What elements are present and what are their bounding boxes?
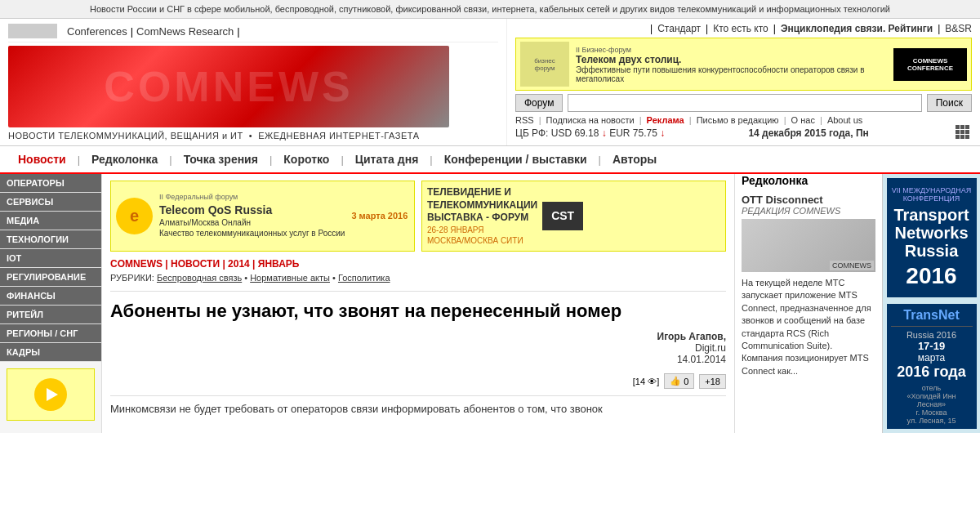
nav-item-authors[interactable]: Авторы bbox=[603, 146, 666, 172]
nav-item-quote[interactable]: Цитата дня bbox=[345, 146, 429, 172]
nav-conferences[interactable]: Conferences bbox=[67, 25, 127, 38]
nav-bsr[interactable]: B&SR bbox=[945, 23, 972, 34]
nav-item-conferences[interactable]: Конференции / выставки bbox=[434, 146, 597, 172]
article-actions: [14 👁] 👍 0 +18 bbox=[110, 373, 726, 389]
subscription-link[interactable]: Подписка на новости bbox=[546, 115, 635, 125]
conf-title-russia: Russia bbox=[905, 242, 959, 260]
search-button[interactable]: Поиск bbox=[927, 94, 972, 112]
article-meta: Игорь Агапов, Digit.ru 14.01.2014 bbox=[110, 331, 726, 365]
nav-comnews-research[interactable]: ComNews Research bbox=[136, 25, 234, 38]
right-col-title: Редколонка bbox=[742, 174, 875, 187]
sidebar-item-services[interactable]: СЕРВИСЫ bbox=[0, 193, 101, 212]
about-link[interactable]: О нас bbox=[791, 115, 815, 125]
letter-link[interactable]: Письмо в редакцию bbox=[697, 115, 779, 125]
right-article-image: COMNEWS bbox=[742, 219, 875, 272]
logo-text: COMNEWS bbox=[104, 62, 353, 111]
comment-button[interactable]: +18 bbox=[699, 374, 726, 389]
right-side-banner: VII Международная конференция Transport … bbox=[882, 174, 980, 433]
like-button[interactable]: 👍 0 bbox=[664, 373, 694, 389]
view-count-number: 14 bbox=[635, 377, 645, 386]
nav-standart[interactable]: Стандарт bbox=[657, 23, 701, 34]
view-icon: 👁 bbox=[648, 377, 657, 386]
ad-telecom-icon: e bbox=[116, 198, 153, 234]
sidebar-item-regulation[interactable]: РЕГУЛИРОВАНИЕ bbox=[0, 268, 101, 287]
ad-telecom-title: Telecom QoS Russia bbox=[159, 203, 345, 217]
ad-subtitle: Эффективные пути повышения конкурентоспо… bbox=[576, 65, 893, 83]
ad-icon-label: бизнесфорум bbox=[534, 57, 555, 72]
rubric-regulatory[interactable]: Нормативные акты bbox=[250, 273, 330, 283]
sidebar-item-iot[interactable]: IoT bbox=[0, 249, 101, 268]
ad-content: II Бизнес-форум Телеком двух столиц. Эфф… bbox=[576, 46, 893, 83]
sidebar-item-technology[interactable]: ТЕХНОЛОГИИ bbox=[0, 230, 101, 249]
advertising-link[interactable]: Реклама bbox=[647, 115, 684, 125]
sidebar-item-finance[interactable]: ФИНАНСЫ bbox=[0, 287, 101, 306]
sidebar-item-regions[interactable]: РЕГИОНЫ / СНГ bbox=[0, 324, 101, 343]
breadcrumb-link[interactable]: COMNEWS | НОВОСТИ | 2014 | ЯНВАРЬ bbox=[110, 258, 299, 270]
about-us-link[interactable]: About us bbox=[827, 115, 862, 125]
usd-rate: USD 69.18 bbox=[551, 127, 599, 139]
nav-item-redkolonka[interactable]: Редколонка bbox=[82, 146, 167, 172]
nav-encyclopedia[interactable]: Энциклопедия связи. Рейтинги bbox=[781, 23, 933, 34]
usd-arrow: ↓ bbox=[602, 127, 609, 139]
article-source: Digit.ru bbox=[110, 342, 726, 354]
conf-title: Transport Networks Russia bbox=[891, 206, 973, 260]
view-count: [14 👁] bbox=[633, 377, 659, 386]
right-col-article-1: OTT Disconnect РЕДАКЦИЯ COMNEWS COMNEWS … bbox=[742, 194, 875, 377]
sidebar-play-button[interactable] bbox=[34, 378, 67, 411]
nav-item-news[interactable]: Новости bbox=[8, 146, 76, 172]
ad-telecom-subtitle: Алматы/Москва Онлайн bbox=[159, 217, 345, 228]
ad-telecom-content: II Федеральный форум Telecom QoS Russia … bbox=[159, 193, 345, 239]
eur-rate: EUR 75.75 bbox=[609, 127, 657, 139]
ad-cst-title: ТЕЛЕВИДЕНИЕ И ТЕЛЕКОММУНИКАЦИИ ВЫСТАВКА … bbox=[427, 186, 537, 225]
transnet-year: 2016 года bbox=[891, 364, 973, 381]
rss-link[interactable]: RSS bbox=[515, 115, 534, 125]
article-author: Игорь Агапов, bbox=[110, 331, 726, 342]
transnet-sub: Russia 2016 bbox=[891, 330, 973, 340]
sidebar-yellow-ad bbox=[7, 368, 95, 421]
rubric-state-policy[interactable]: Госполитика bbox=[338, 273, 390, 283]
ad-telecom-label: II Федеральный форум bbox=[159, 193, 345, 203]
news-stamp: COMNEWS bbox=[830, 261, 874, 270]
ad-telecom-date-text: 3 марта 2016 bbox=[351, 211, 408, 221]
conf-title-transport: Transport bbox=[893, 206, 969, 224]
top-banner-text: Новости России и СНГ в сфере мобильной, … bbox=[90, 4, 890, 14]
nav-item-briefly[interactable]: Коротко bbox=[274, 146, 339, 172]
ad-banner-telecom-qos[interactable]: e II Федеральный форум Telecom QoS Russi… bbox=[110, 181, 415, 252]
header-logo: COMNEWS bbox=[8, 46, 449, 127]
nav-who-is-who[interactable]: Кто есть кто bbox=[713, 23, 768, 34]
ad-icon-letter: e bbox=[130, 207, 139, 225]
divider-after-rubrics bbox=[110, 291, 726, 292]
left-sidebar: ОПЕРАТОРЫ СЕРВИСЫ МЕДИА ТЕХНОЛОГИИ IoT Р… bbox=[0, 174, 102, 433]
comnews-conference-logo: COMNEWS CONFERENCE bbox=[893, 48, 967, 81]
center-content: e II Федеральный форум Telecom QoS Russi… bbox=[102, 174, 735, 433]
ad-telecom-desc: Качество телекоммуникационных услуг в Ро… bbox=[159, 228, 345, 239]
rates-text: ЦБ РФ: USD 69.18 ↓ EUR 75.75 ↓ bbox=[515, 127, 665, 139]
search-input[interactable] bbox=[568, 94, 921, 112]
ad-icon: бизнесфорум bbox=[520, 42, 569, 87]
sidebar-item-media[interactable]: МЕДИА bbox=[0, 212, 101, 230]
nav-item-point-of-view[interactable]: Точка зрения bbox=[174, 146, 268, 172]
rubric-wireless[interactable]: Беспроводная связь bbox=[157, 273, 242, 283]
comment-count: +18 bbox=[705, 377, 720, 386]
sidebar-item-staff[interactable]: КАДРЫ bbox=[0, 343, 101, 362]
forum-button[interactable]: Форум bbox=[515, 94, 563, 112]
top-ad-banner: бизнесфорум II Бизнес-форум Телеком двух… bbox=[515, 38, 972, 91]
conf-label: VII Международная конференция bbox=[891, 186, 973, 203]
sidebar-item-operators[interactable]: ОПЕРАТОРЫ bbox=[0, 174, 101, 193]
sidebar-item-retail[interactable]: РИТЕЙЛ bbox=[0, 306, 101, 324]
ad-banner-cst[interactable]: ТЕЛЕВИДЕНИЕ И ТЕЛЕКОММУНИКАЦИИ ВЫСТАВКА … bbox=[421, 181, 726, 252]
ad-cst-date: 26-28 ЯНВАРЯ bbox=[427, 225, 537, 235]
conf-year: 2016 bbox=[891, 263, 973, 289]
transnet-hotel: отель «Холидей Инн Лесная» г. Москва ул.… bbox=[891, 384, 973, 425]
play-triangle-icon bbox=[47, 388, 58, 401]
author-name: Игорь Агапов, bbox=[657, 331, 726, 342]
grid-icon[interactable] bbox=[952, 125, 972, 141]
transnet-month: марта bbox=[891, 352, 973, 364]
breadcrumb[interactable]: COMNEWS | НОВОСТИ | 2014 | ЯНВАРЬ bbox=[110, 258, 726, 270]
conference-logo-text: COMNEWS CONFERENCE bbox=[907, 57, 953, 72]
right-article-title[interactable]: OTT Disconnect bbox=[742, 194, 875, 206]
conference-banner[interactable]: VII Международная конференция Transport … bbox=[887, 178, 977, 297]
navigation-bar: Новости | Редколонка | Точка зрения | Ко… bbox=[0, 146, 980, 174]
transnet-banner[interactable]: TransNet Russia 2016 17-19 марта 2016 го… bbox=[887, 304, 977, 429]
rates-label: ЦБ РФ: bbox=[515, 127, 548, 139]
